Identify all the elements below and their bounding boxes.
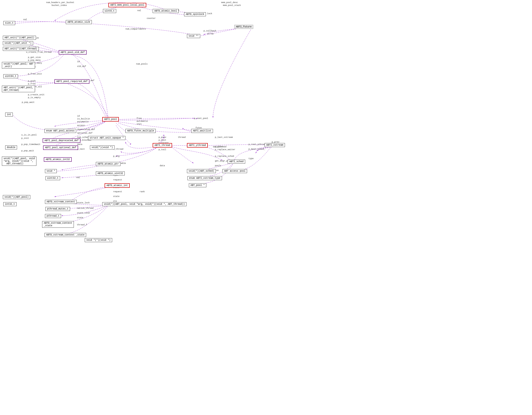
label-array: array [207, 33, 214, 35]
label-p_last_xstream: p_last_xstream [215, 136, 233, 138]
node-ABTI_xstream: ABTI_xstream [265, 143, 285, 147]
node-ABT_pool_p: enum ABTI_xstream_type [187, 176, 222, 180]
label-state_lock: state_lock [77, 202, 90, 204]
label-p_pop_many: p_pop_many [28, 59, 41, 62]
label-num_compartments: num_compartments [125, 28, 146, 30]
node-uint8_t: uint8_t [103, 9, 116, 13]
label-mem_pool_desc: mem_pool_desc [221, 1, 238, 4]
node-void_pp: void ** [187, 34, 200, 38]
label-p_prev1: p_prev [159, 136, 166, 138]
node-int: int [5, 112, 13, 117]
label-p_pop_wait2: p_pop_wait [21, 150, 34, 152]
label-pools: pools [215, 165, 221, 167]
label-type2: type [248, 157, 254, 160]
label-deprecated_def: deprecated_def [77, 129, 95, 131]
node-ABTD_atomic_ptr: ABTD_atomic_ptr [96, 162, 121, 166]
node-enum_ABT_pool_access: enum ABT_pool_access [45, 129, 76, 133]
node-ABT_pool_access: void *(*)(void *) [85, 238, 112, 242]
label-p_free1: p_free [28, 83, 36, 85]
node-pthread_cond_t: pthread_t [45, 214, 61, 218]
label-p_is_empty: p_is_empty [28, 96, 41, 99]
label-request2: request [113, 191, 122, 193]
label-val1: val [137, 9, 141, 12]
node-ABTD_atomic_bool: ABTD_atomic_bool [153, 9, 179, 13]
diagram-container: .edge { fill:none; stroke:#9933cc; strok… [0, 0, 532, 415]
label-automatic2: automatic [77, 120, 89, 123]
label-num_pools: num_pools [136, 63, 148, 65]
label-val3: val [23, 18, 27, 21]
node-double: double [5, 145, 17, 149]
label-u_create_from_thread: u_create_from_thread [26, 51, 52, 54]
label-id1: id [77, 61, 80, 63]
label-lock: lock [207, 12, 212, 15]
label-u_is_in_pool: u_is_in_pool [21, 134, 37, 136]
node-ABT_unit_ABT_thread: ABT_unit(*)(ABT_thread) [3, 47, 39, 51]
node-void_ABT_sched: ABT_pool * [189, 183, 206, 187]
label-p_next1: p_next [77, 148, 85, 150]
label-native_thread: native_thread [77, 207, 94, 210]
label-p_replace_waiter: p_replace_waiter [215, 148, 235, 151]
label-num_headers_per_bucket: num_headers_per_bucket [46, 1, 74, 4]
label-request1: request [113, 179, 122, 181]
node-pthread_t: pthread_mutex_t [46, 207, 70, 211]
label-p_init2: p_init [21, 137, 29, 139]
label-state_cond: state_cond [77, 212, 90, 214]
node-void_ABT_pool_ABT_unit: void(*)(ABT_pool; ABT_unit) [2, 62, 35, 69]
node-uint32_t: uint32_t [46, 176, 60, 180]
node-void_ABT_unit: void(*)(ABT_unit *) [3, 41, 33, 45]
label-mem_pool_stack: mem_pool_stack [223, 4, 241, 7]
label-rank: rank [140, 191, 145, 193]
label-p_arg1: p_arg [113, 155, 120, 157]
label-init: init [137, 123, 142, 125]
node-void_p: void * [45, 169, 57, 173]
node-size_t: size_t [3, 21, 15, 25]
label-p_push2: p_push [28, 80, 36, 82]
node-ABTI_pool_old_def: ABTI_pool_old_def [59, 50, 87, 55]
label-data2: data [160, 165, 165, 167]
node-ABTI_future: ABTI_future [234, 25, 253, 29]
node-ABT_unit_ABT_pool_ABT_thread: ABT_unit(*)(ABT_pool,ABT_thread) [2, 86, 35, 92]
label-p_get_size2: p_get_size [28, 56, 41, 59]
node-ABTD_atomic_int32: ABTD_atomic_int32 [44, 157, 72, 162]
node-ABTI_pool_required_def: ABTI_pool_required_def [54, 79, 89, 84]
label-f_thread: f_thread [113, 148, 123, 150]
node-void_ABT_pool: void(*)(ABT_pool) [3, 195, 30, 199]
node-ABTD_atomic_uint32: ABTD_atomic_uint32 [96, 171, 125, 175]
node-int32_t: int32_t [3, 202, 17, 206]
node-ABTI_pool: ABTI_pool [102, 117, 119, 121]
label-p_pop_wait1: p_pop_wait [22, 101, 35, 104]
label-access: access [77, 124, 85, 127]
node-ABT_unit_ABT_pool: ABT_unit(*)(ABT_pool) [3, 36, 36, 40]
label-p_main_sched: p_main_sched_ [248, 148, 265, 150]
node-ABTI_ythread: ABTI_ythread [187, 143, 208, 148]
node-ABTI_waitlist: ABTI_waitlist [191, 129, 213, 133]
label-is_builtin: is_builtin [77, 118, 90, 120]
label-p_replace_sched: p_replace_sched [215, 155, 234, 157]
label-p_pop_timedwait: p_pop_timedwait [21, 143, 40, 146]
node-ABTD_xstream_context: void(*)(ABT_pool, void *arg, void(*)(voi… [102, 202, 187, 206]
label-thread_f: thread_f [77, 224, 87, 226]
label-optional_def: optional_def [77, 132, 93, 134]
node-void_ABT_pool_void_pp_ABT_thread: void(*)(ABT_pool, void*arg, void(*)(void… [2, 157, 37, 166]
node-ABTI_pool_optional_def: ABTI_pool_optional_def [43, 145, 78, 150]
node-ABT_pool_ABT_sched: void(*)(ABT_sched) [187, 169, 216, 173]
node-enum_ABTI_xstream_type: ABT access pool [222, 169, 247, 173]
node-uint64_t: uint64_t [3, 74, 18, 78]
node-void_pp2: ABTD_xstream_context _state [45, 233, 86, 237]
node-struct_ABT_unit_opaque: struct ABT_unit_opaque * [88, 136, 125, 140]
node-ABTI_sched: ABTI_sched [228, 160, 245, 164]
node-void_void_p: void(*)(void *) [90, 145, 114, 149]
label-state3: state [77, 217, 83, 219]
node-ABTI_thread: ABTI_thread [153, 143, 172, 148]
label-waitlist: waitlist [213, 146, 223, 148]
node-pthread_mutex_t: ABTD_xstream_context [45, 200, 77, 204]
label-id2: id [77, 115, 80, 117]
label-free: free [137, 117, 142, 120]
label-p_root_pool: p_root_pool [194, 117, 208, 120]
label-p_free_unit: p_free_unit [28, 73, 42, 75]
label-thread: thread [178, 136, 186, 138]
label-p_callback: p_callback [204, 30, 216, 32]
label-counter: counter [147, 17, 156, 20]
node-ABTI_pool_deprecated_def: ABTI_pool_deprecated_def [43, 138, 80, 143]
label-p_root_ythread: p_root_ythread [248, 143, 266, 146]
